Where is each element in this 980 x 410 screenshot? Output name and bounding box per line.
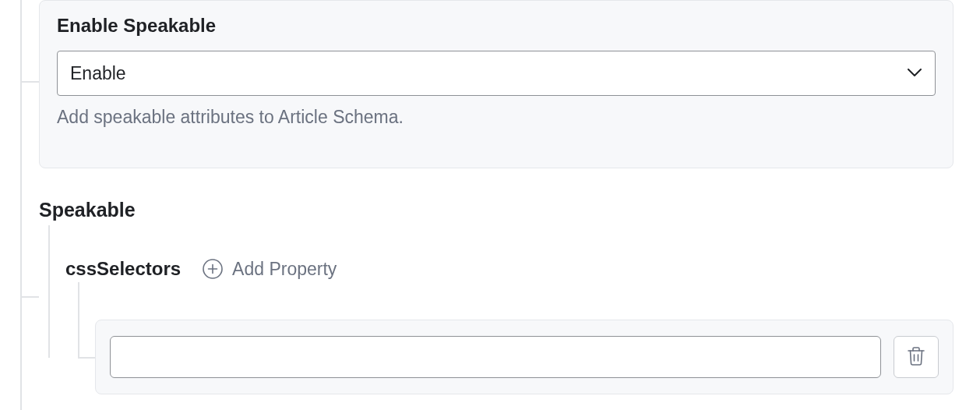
trash-icon xyxy=(907,346,925,369)
tree-line-h-speakable xyxy=(20,296,39,298)
enable-speakable-select-wrap: Enable xyxy=(57,51,936,96)
enable-speakable-select[interactable]: Enable xyxy=(57,51,936,96)
css-selectors-row: cssSelectors Add Property xyxy=(65,258,337,280)
css-selectors-label: cssSelectors xyxy=(65,258,181,280)
add-property-label: Add Property xyxy=(232,259,337,280)
enable-speakable-label: Enable Speakable xyxy=(57,15,936,37)
tree-line-vertical-css xyxy=(78,282,79,359)
enable-speakable-helper: Add speakable attributes to Article Sche… xyxy=(57,107,936,128)
tree-line-vertical-speakable xyxy=(48,225,50,358)
tree-line-vertical-main xyxy=(20,0,22,410)
tree-line-h-panel xyxy=(20,81,39,83)
add-property-button[interactable]: Add Property xyxy=(203,259,337,280)
speakable-heading: Speakable xyxy=(39,199,136,221)
css-selector-input[interactable] xyxy=(110,336,881,378)
delete-css-selector-button[interactable] xyxy=(894,336,939,378)
enable-speakable-panel: Enable Speakable Enable Add speakable at… xyxy=(39,0,954,168)
tree-line-h-css xyxy=(78,357,95,359)
css-selector-item-panel xyxy=(95,320,954,394)
plus-circle-icon xyxy=(203,259,223,279)
